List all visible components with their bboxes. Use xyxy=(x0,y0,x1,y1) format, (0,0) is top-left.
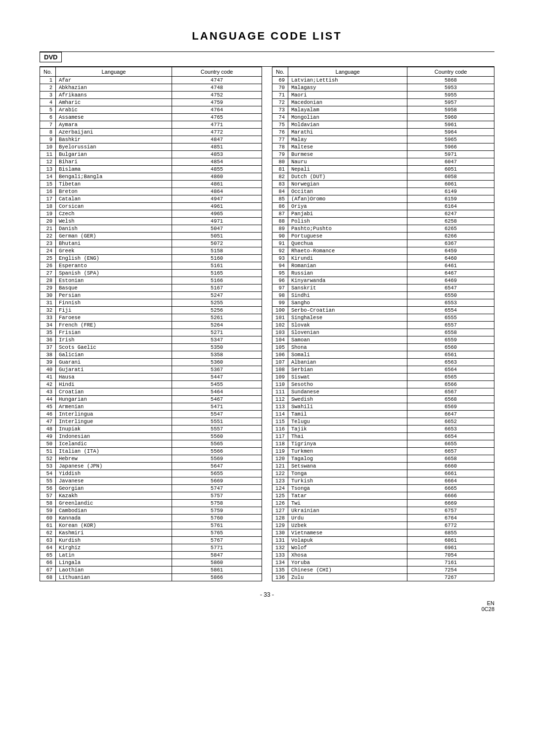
table-row: 17Catalan4947 xyxy=(40,195,262,203)
table-row: 131Volapuk6861 xyxy=(272,537,494,544)
table-row: 109Siswat6565 xyxy=(272,374,494,381)
table-row: 130Vietnamese6855 xyxy=(272,529,494,537)
footer-info: EN 0C28 xyxy=(40,600,494,612)
table-row: 65Latin5847 xyxy=(40,552,262,559)
table-row: 41Hausa5447 xyxy=(40,374,262,381)
table-row: 62Kashmiri5765 xyxy=(40,529,262,537)
table-row: 11Bulgarian4853 xyxy=(40,151,262,158)
table-row: 127Ukrainian6757 xyxy=(272,507,494,515)
table-row: 44Hungarian5467 xyxy=(40,396,262,403)
table-row: 98Sindhi6550 xyxy=(272,292,494,299)
table-row: 39Guarani5360 xyxy=(40,359,262,366)
table-row: 136Zulu7267 xyxy=(272,574,494,581)
table-row: 99Sangho6553 xyxy=(272,299,494,307)
left-table: No. Language Country code 1Afar47472Abkh… xyxy=(40,67,262,581)
table-row: 111Sundanese6567 xyxy=(272,388,494,396)
table-row: 27Spanish (SPA)5165 xyxy=(40,270,262,277)
table-row: 68Lithuanian5866 xyxy=(40,574,262,581)
table-row: 102Slovak6557 xyxy=(272,322,494,329)
table-row: 29Basque5167 xyxy=(40,284,262,292)
table-row: 47Interlingue5551 xyxy=(40,418,262,425)
table-row: 100Serbo-Croatian6554 xyxy=(272,307,494,314)
table-row: 21Danish5047 xyxy=(40,225,262,233)
table-row: 134Yoruba7161 xyxy=(272,559,494,567)
table-row: 122Tonga6661 xyxy=(272,470,494,477)
table-row: 93Kirundi6460 xyxy=(272,255,494,262)
table-row: 116Tajik6653 xyxy=(272,425,494,433)
table-row: 92Rhaeto-Romance6459 xyxy=(272,247,494,255)
table-row: 107Albanian6563 xyxy=(272,359,494,366)
table-row: 55Javanese5669 xyxy=(40,477,262,485)
table-row: 110Sesotho6566 xyxy=(272,381,494,388)
table-row: 117Thai6654 xyxy=(272,433,494,440)
table-wrapper: No. Language Country code 1Afar47472Abkh… xyxy=(40,67,494,581)
table-row: 118Tigrinya6655 xyxy=(272,440,494,448)
dvd-badge: DVD xyxy=(40,52,62,62)
table-row: 34French (FRE)5264 xyxy=(40,322,262,329)
table-row: 87Panjabi6247 xyxy=(272,210,494,218)
table-row: 33Faroese5261 xyxy=(40,314,262,322)
footer-lang: EN xyxy=(487,600,494,606)
right-table: No. Language Country code 69Latvian;Lett… xyxy=(272,67,494,581)
table-row: 32Fiji5256 xyxy=(40,307,262,314)
table-row: 5Arabic4764 xyxy=(40,106,262,114)
table-row: 10Byelorussian4851 xyxy=(40,143,262,151)
table-row: 101Singhalese6555 xyxy=(272,314,494,322)
table-row: 56Georgian5747 xyxy=(40,485,262,492)
table-row: 82Dutch (DUT)6058 xyxy=(272,173,494,181)
table-row: 112Swedish6568 xyxy=(272,396,494,403)
table-row: 24Greek5158 xyxy=(40,247,262,255)
table-row: 69Latvian;Lettish5868 xyxy=(272,77,494,84)
table-row: 35Frisian5271 xyxy=(40,329,262,336)
table-row: 3Afrikaans4752 xyxy=(40,92,262,99)
table-row: 4Amharic4759 xyxy=(40,99,262,106)
table-row: 23Bhutani5072 xyxy=(40,240,262,247)
table-row: 95Russian6467 xyxy=(272,270,494,277)
left-col-code: Country code xyxy=(172,67,262,77)
table-row: 18Corsican4961 xyxy=(40,203,262,210)
table-row: 80Nauru6047 xyxy=(272,158,494,166)
table-row: 59Cambodian5759 xyxy=(40,507,262,515)
table-row: 43Croatian5464 xyxy=(40,388,262,396)
table-row: 133Xhosa7054 xyxy=(272,552,494,559)
left-col-no: No. xyxy=(40,67,56,77)
right-col-no: No. xyxy=(272,67,288,77)
table-row: 42Hindi5455 xyxy=(40,381,262,388)
table-row: 106Somali6561 xyxy=(272,351,494,359)
page-title: LANGUAGE CODE LIST xyxy=(40,30,494,43)
table-row: 115Telugu6652 xyxy=(272,418,494,425)
table-row: 53Japanese (JPN)5647 xyxy=(40,463,262,470)
table-row: 57Kazakh5757 xyxy=(40,492,262,500)
table-row: 63Kurdish5767 xyxy=(40,537,262,544)
table-row: 60Kannada5760 xyxy=(40,515,262,522)
table-row: 28Estonian5166 xyxy=(40,277,262,284)
table-row: 90Portuguese6266 xyxy=(272,233,494,240)
table-row: 49Indonesian5560 xyxy=(40,433,262,440)
table-row: 108Serbian6564 xyxy=(272,366,494,374)
table-row: 126Twi6669 xyxy=(272,500,494,507)
table-row: 73Malayalam5958 xyxy=(272,106,494,114)
table-row: 12Bihari4854 xyxy=(40,158,262,166)
table-row: 97Sanskrit6547 xyxy=(272,284,494,292)
table-row: 128Urdu6764 xyxy=(272,515,494,522)
table-row: 13Bislama4855 xyxy=(40,166,262,173)
table-row: 91Quechua6367 xyxy=(272,240,494,247)
table-row: 81Nepali6051 xyxy=(272,166,494,173)
table-row: 52Hebrew5569 xyxy=(40,455,262,463)
table-row: 86Oriya6164 xyxy=(272,203,494,210)
footer-code: 0C28 xyxy=(482,606,494,612)
table-row: 37Scots Gaelic5350 xyxy=(40,344,262,351)
page-number: - 33 - xyxy=(40,591,494,598)
table-row: 76Marathi5964 xyxy=(272,129,494,136)
table-row: 45Armenian5471 xyxy=(40,403,262,411)
table-row: 46Interlingua5547 xyxy=(40,411,262,418)
table-row: 77Malay5965 xyxy=(272,136,494,143)
table-row: 15Tibetan4861 xyxy=(40,181,262,188)
table-row: 129Uzbek6772 xyxy=(272,522,494,529)
table-row: 113Swahili6569 xyxy=(272,403,494,411)
table-row: 104Samoan6559 xyxy=(272,336,494,344)
table-row: 6Assamese4765 xyxy=(40,114,262,121)
table-row: 66Lingala5860 xyxy=(40,559,262,567)
table-row: 50Icelandic5565 xyxy=(40,440,262,448)
table-row: 64Kirghiz5771 xyxy=(40,544,262,552)
